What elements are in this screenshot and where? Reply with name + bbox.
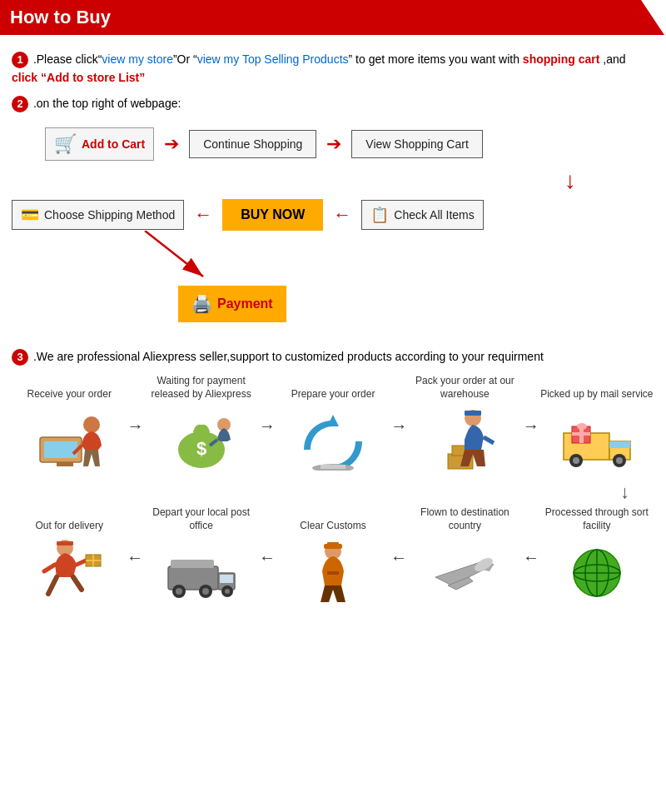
shipping-step-4: Pack your order at our warehouse: [407, 375, 522, 473]
arrow-between-4: →: [523, 375, 539, 436]
view-cart-label: View Shopping Cart: [365, 137, 468, 151]
arrow-between-7: →: [127, 506, 143, 567]
payment-label: Payment: [217, 296, 273, 311]
add-to-list-text: click “Add to store List”: [12, 71, 145, 84]
shipping-step-7: Depart your local post office: [143, 506, 258, 605]
flow-row2: 💳 Choose Shipping Method ← BUY NOW ← 📋 C…: [12, 199, 654, 231]
check-all-button[interactable]: 📋 Check All Items: [361, 200, 483, 230]
shipping-row2: Processed through sort facility → Flown …: [12, 506, 654, 605]
svg-rect-40: [220, 575, 233, 583]
arrow-left-2: ←: [333, 204, 351, 226]
check-icon: 📋: [370, 206, 389, 224]
payment-icon: 🖨️: [191, 294, 212, 314]
diagonal-arrow-area: [12, 231, 654, 281]
shipping-label-4: Pack your order at our warehouse: [407, 375, 522, 401]
shipping-icon-10: [555, 538, 639, 605]
shipping-label-2: Waiting for payment released by Aliexpre…: [143, 375, 258, 401]
arrow-between-10: →: [523, 506, 539, 567]
shipping-label-9: Flown to destination country: [407, 506, 522, 533]
svg-marker-19: [609, 441, 630, 448]
shipping-label-3: Prepare your order: [291, 375, 375, 401]
arrow-left-1: ←: [194, 204, 212, 226]
page-title: How to Buy: [10, 7, 111, 28]
shipping-step-5: Picked up by mail service: [539, 375, 654, 473]
top-products-link[interactable]: view my Top Selling Products: [197, 52, 349, 66]
shopping-cart-text: shopping cart: [523, 52, 600, 66]
view-store-link[interactable]: view my store: [102, 52, 173, 66]
svg-rect-4: [57, 462, 73, 466]
arrow-between-1: →: [127, 375, 143, 436]
shipping-row1: Receive your order → Waiting for payment…: [12, 375, 654, 473]
shipping-step-10: Processed through sort facility: [539, 506, 654, 605]
shipping-step-8: Clear Customs: [276, 506, 390, 605]
header-bar: How to Buy: [0, 0, 666, 35]
svg-point-5: [83, 416, 100, 433]
payment-button[interactable]: 🖨️ Payment: [178, 286, 286, 322]
add-to-cart-label: Add to Cart: [82, 137, 145, 151]
svg-rect-37: [327, 571, 339, 575]
svg-point-44: [202, 588, 209, 595]
shipping-icon-2: $: [160, 406, 243, 473]
shipping-icon-3: [291, 406, 375, 473]
shipping-icon-4: [423, 406, 506, 473]
svg-line-1: [145, 231, 203, 276]
step2-label: .on the top right of webpage:: [33, 97, 181, 110]
payment-row: 🖨️ Payment: [178, 286, 654, 322]
flow-diagram: 🛒 Add to Cart ➔ Continue Shopping ➔ View…: [12, 119, 654, 331]
continue-shopping-button[interactable]: Continue Shopping: [189, 130, 316, 158]
arrow-down-icon: ↓: [564, 169, 576, 192]
step3-label: .We are professional Aliexpress seller,s…: [33, 350, 544, 363]
step2-text: 2 .on the top right of webpage:: [12, 94, 654, 112]
flow-row1: 🛒 Add to Cart ➔ Continue Shopping ➔ View…: [45, 127, 654, 161]
between-rows-arrow: ↓: [620, 481, 629, 503]
shipping-label-1: Receive your order: [27, 375, 112, 401]
shipping-icon-1: [27, 406, 111, 473]
buy-now-label: BUY NOW: [241, 207, 305, 222]
row-down-arrow: ↓: [12, 481, 629, 503]
shipping-icon: 💳: [21, 206, 39, 224]
svg-text:$: $: [196, 438, 206, 459]
svg-rect-49: [57, 541, 73, 545]
arrow-right-2: ➔: [326, 133, 341, 155]
step3-text: 3 .We are professional Aliexpress seller…: [12, 347, 654, 366]
choose-shipping-label: Choose Shipping Method: [44, 208, 175, 222]
shipping-step-3: Prepare your order: [276, 375, 390, 473]
svg-point-23: [616, 457, 623, 464]
svg-point-42: [176, 588, 182, 595]
buy-now-button[interactable]: BUY NOW: [222, 199, 323, 231]
add-to-cart-button[interactable]: 🛒 Add to Cart: [45, 127, 154, 161]
svg-point-21: [573, 457, 579, 464]
arrow-down-area: ↓: [12, 169, 624, 192]
shipping-step-2: Waiting for payment released by Aliexpre…: [143, 375, 258, 473]
step2-number: 2: [12, 96, 28, 112]
choose-shipping-button[interactable]: 💳 Choose Shipping Method: [12, 200, 184, 230]
svg-rect-12: [321, 465, 345, 469]
shipping-icon-9: [423, 538, 506, 605]
svg-rect-16: [465, 411, 481, 416]
view-cart-button[interactable]: View Shopping Cart: [351, 130, 482, 158]
svg-point-27: [577, 423, 587, 430]
shipping-step-6: Out for delivery: [12, 506, 127, 605]
step1-text: 1 .Please click“view my store”Or “view m…: [12, 50, 654, 87]
cart-icon: 🛒: [54, 133, 77, 155]
svg-point-46: [225, 589, 230, 594]
svg-rect-47: [171, 560, 214, 568]
arrow-right-1: ➔: [164, 133, 179, 155]
shipping-icon-7: [160, 538, 243, 605]
shipping-step-1: Receive your order: [12, 375, 127, 473]
main-content: 1 .Please click“view my store”Or “view m…: [0, 35, 666, 621]
step1-text2: ”Or “: [173, 52, 197, 66]
step3-number: 3: [12, 349, 28, 366]
arrow-between-9: →: [390, 506, 407, 567]
shipping-icon-8: [291, 538, 375, 605]
svg-rect-3: [44, 441, 77, 458]
check-all-label: Check All Items: [394, 208, 474, 222]
diagonal-arrow-svg: [137, 231, 220, 281]
continue-shopping-label: Continue Shopping: [203, 137, 302, 151]
shipping-label-5: Picked up by mail service: [540, 375, 653, 401]
shipping-label-7: Depart your local post office: [143, 506, 258, 533]
shipping-label-8: Clear Customs: [300, 506, 365, 533]
svg-rect-36: [327, 542, 339, 545]
shipping-step-9: Flown to destination country: [407, 506, 522, 605]
step1-number: 1: [12, 52, 28, 68]
